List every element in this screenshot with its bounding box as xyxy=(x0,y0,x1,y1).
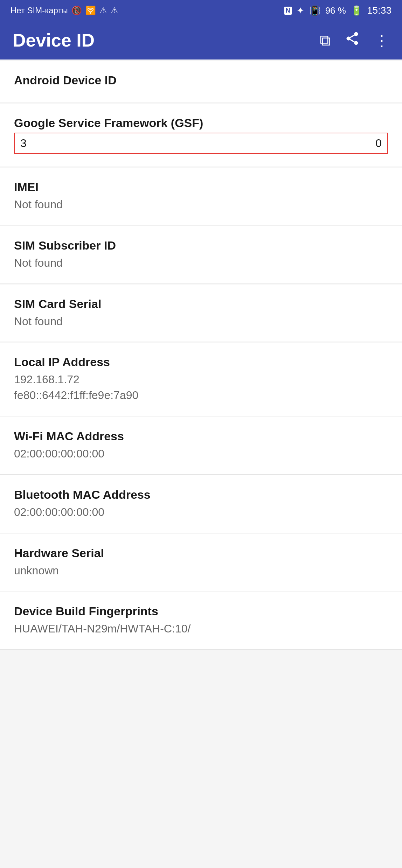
sim-subscriber-id-value: Not found xyxy=(14,255,388,271)
sim-icon: 📵 xyxy=(71,6,82,15)
device-build-fingerprints-card[interactable]: Device Build Fingerprints HUAWEI/TAH-N29… xyxy=(0,592,402,650)
battery-icon: 🔋 xyxy=(351,5,362,16)
wifi-icon: 🛜 xyxy=(85,6,96,15)
warning-icon1: ⚠ xyxy=(99,6,107,15)
toolbar: Device ID ⧉ ⋮ xyxy=(0,21,402,59)
local-ip-card[interactable]: Local IP Address 192.168.1.72 fe80::6442… xyxy=(0,343,402,416)
bluetooth-mac-label: Bluetooth MAC Address xyxy=(14,488,388,502)
status-right: N ✦ 📳 96 % 🔋 15:33 xyxy=(284,5,391,16)
hardware-serial-label: Hardware Serial xyxy=(14,546,388,560)
wifi-mac-label: Wi-Fi MAC Address xyxy=(14,429,388,443)
sim-card-serial-value: Not found xyxy=(14,314,388,329)
gsf-value: 3 0 xyxy=(20,137,382,150)
vibrate-icon: 📳 xyxy=(309,5,320,16)
hardware-serial-value: unknown xyxy=(14,563,388,579)
gsf-value-box: 3 0 xyxy=(14,133,388,154)
wifi-mac-card[interactable]: Wi-Fi MAC Address 02:00:00:00:00:00 xyxy=(0,417,402,475)
status-left: Нет SIM-карты 📵 🛜 ⚠ ⚠ xyxy=(11,6,118,15)
android-device-id-card[interactable]: Android Device ID xyxy=(0,61,402,103)
copy-button[interactable]: ⧉ xyxy=(320,31,331,49)
app-title: Device ID xyxy=(13,30,95,51)
local-ip-label: Local IP Address xyxy=(14,355,388,369)
share-button[interactable] xyxy=(345,31,360,50)
local-ip-value: 192.168.1.72 fe80::6442:f1ff:fe9e:7a90 xyxy=(14,372,388,403)
hardware-serial-card[interactable]: Hardware Serial unknown xyxy=(0,534,402,592)
gsf-label: Google Service Framework (GSF) xyxy=(14,116,388,130)
sim-status: Нет SIM-карты xyxy=(11,6,68,15)
android-device-id-label: Android Device ID xyxy=(14,74,388,87)
device-build-fingerprints-value: HUAWEI/TAH-N29m/HWTAH-C:10/ xyxy=(14,621,388,637)
battery-level: 96 % xyxy=(325,5,346,16)
warning-icon2: ⚠ xyxy=(111,6,118,15)
sim-subscriber-id-card[interactable]: SIM Subscriber ID Not found xyxy=(0,226,402,284)
nfc-icon: N xyxy=(284,7,292,15)
content-area: Android Device ID Google Service Framewo… xyxy=(0,61,402,650)
status-bar: Нет SIM-карты 📵 🛜 ⚠ ⚠ N ✦ 📳 96 % 🔋 15:33 xyxy=(0,0,402,21)
imei-card[interactable]: IMEI Not found xyxy=(0,168,402,225)
bluetooth-icon: ✦ xyxy=(297,5,304,16)
wifi-mac-value: 02:00:00:00:00:00 xyxy=(14,446,388,462)
gsf-value-part2: 0 xyxy=(375,137,382,150)
bluetooth-mac-value: 02:00:00:00:00:00 xyxy=(14,504,388,520)
sim-card-serial-label: SIM Card Serial xyxy=(14,297,388,311)
device-build-fingerprints-label: Device Build Fingerprints xyxy=(14,604,388,618)
imei-value: Not found xyxy=(14,197,388,212)
gsf-card[interactable]: Google Service Framework (GSF) 3 0 xyxy=(0,104,402,167)
gsf-value-part1: 3 xyxy=(20,137,27,150)
sim-card-serial-card[interactable]: SIM Card Serial Not found xyxy=(0,285,402,342)
clock: 15:33 xyxy=(367,5,391,16)
sim-subscriber-id-label: SIM Subscriber ID xyxy=(14,239,388,252)
bluetooth-mac-card[interactable]: Bluetooth MAC Address 02:00:00:00:00:00 xyxy=(0,475,402,533)
toolbar-actions: ⧉ ⋮ xyxy=(320,31,389,50)
imei-label: IMEI xyxy=(14,180,388,194)
more-options-button[interactable]: ⋮ xyxy=(374,31,389,49)
